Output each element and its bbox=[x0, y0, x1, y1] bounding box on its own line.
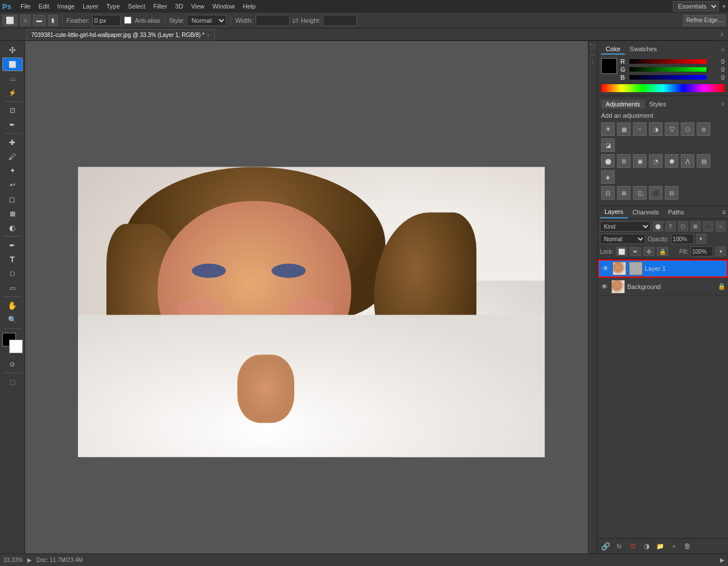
background-eye-btn[interactable]: 👁 bbox=[600, 282, 609, 291]
background-color[interactable] bbox=[9, 340, 23, 353]
menu-help[interactable]: Help bbox=[239, 2, 259, 11]
adj-panel-menu[interactable]: ≡ bbox=[721, 100, 725, 109]
lock-position-btn[interactable]: ✒ bbox=[630, 247, 641, 256]
color-panel-menu[interactable]: ≡ bbox=[721, 44, 725, 55]
layer-item-layer1[interactable]: 👁 Layer 1 bbox=[598, 259, 728, 278]
menu-view[interactable]: View bbox=[188, 2, 208, 11]
green-slider[interactable] bbox=[630, 67, 706, 72]
menu-file[interactable]: File bbox=[17, 2, 34, 11]
magic-wand-tool[interactable]: ⚡ bbox=[2, 86, 23, 100]
width-input[interactable] bbox=[256, 15, 290, 26]
anti-alias-checkbox[interactable] bbox=[124, 16, 131, 24]
posterize-adj[interactable]: ⬢ bbox=[665, 154, 678, 168]
fill-input[interactable] bbox=[690, 246, 713, 257]
active-tab[interactable]: 7039381-cute-little-girl-hd-wallpaper.jp… bbox=[26, 29, 215, 40]
path-select-tool[interactable]: ⬡ bbox=[2, 267, 23, 280]
menu-type[interactable]: Type bbox=[103, 2, 124, 11]
menu-3d[interactable]: 3D bbox=[172, 2, 187, 11]
styles-tab[interactable]: Styles bbox=[645, 100, 671, 109]
active-color-swatch[interactable] bbox=[601, 58, 617, 74]
lock-move-btn[interactable]: ✣ bbox=[643, 247, 655, 256]
color-spectrum[interactable] bbox=[601, 84, 725, 92]
adj-extra5[interactable]: ⊟ bbox=[665, 186, 678, 200]
opacity-input[interactable] bbox=[671, 234, 694, 244]
brightness-adj[interactable]: ☀ bbox=[601, 122, 615, 136]
menu-edit[interactable]: Edit bbox=[35, 2, 53, 11]
vibrance-adj[interactable]: ▽ bbox=[665, 122, 678, 136]
canvas-side-btn2[interactable]: ↔ bbox=[589, 50, 597, 58]
fill-arrow[interactable]: ▾ bbox=[715, 246, 726, 257]
menu-filter[interactable]: Filter bbox=[150, 2, 170, 11]
text-tool[interactable]: T bbox=[2, 253, 23, 266]
eyedropper-tool[interactable]: ✒ bbox=[2, 118, 23, 131]
threshold-adj[interactable]: ⋀ bbox=[681, 154, 694, 168]
paths-tab-btn[interactable]: Paths bbox=[664, 206, 689, 218]
layer-search-toggle[interactable]: ○ bbox=[715, 221, 726, 232]
color-lookup-adj[interactable]: ▣ bbox=[633, 154, 647, 168]
adj-extra2[interactable]: ⊠ bbox=[617, 186, 631, 200]
red-slider[interactable] bbox=[630, 59, 706, 64]
layer-search-filter1[interactable]: ⬤ bbox=[653, 221, 663, 232]
crop-tool[interactable]: ⊡ bbox=[2, 104, 23, 117]
fg-bg-colors[interactable] bbox=[2, 333, 23, 353]
refine-edge-btn[interactable]: Refine Edge... bbox=[683, 15, 726, 26]
canvas-side-btn1[interactable]: ⬛ bbox=[589, 42, 597, 50]
photo-filter-adj[interactable]: ⬤ bbox=[601, 154, 615, 168]
exposure-adj[interactable]: ◑ bbox=[649, 122, 663, 136]
tab-close-btn[interactable]: × bbox=[207, 32, 209, 38]
layers-tab-btn[interactable]: Layers bbox=[600, 206, 628, 218]
curves-adj[interactable]: ~ bbox=[633, 122, 647, 136]
menu-image[interactable]: Image bbox=[54, 2, 79, 11]
bw-adj[interactable]: ◪ bbox=[601, 138, 615, 152]
gradient-map-adj[interactable]: ▤ bbox=[697, 154, 710, 168]
layer-style-btn[interactable]: fx bbox=[614, 540, 625, 552]
blue-slider[interactable] bbox=[630, 75, 706, 80]
canvas-side-btn3[interactable]: ↕ bbox=[589, 58, 597, 66]
adj-extra3[interactable]: ◫ bbox=[633, 186, 647, 200]
clone-tool[interactable]: ✦ bbox=[2, 164, 23, 177]
layer-search-filter2[interactable]: T bbox=[665, 221, 676, 232]
hsl-adj[interactable]: ⬡ bbox=[681, 122, 694, 136]
feather-input[interactable] bbox=[92, 15, 121, 26]
adj-extra4[interactable]: ⬛ bbox=[649, 186, 663, 200]
screen-mode-btn[interactable]: ⬚ bbox=[2, 375, 23, 389]
dodge-tool[interactable]: ◐ bbox=[2, 221, 23, 234]
style-select[interactable]: Normal bbox=[187, 15, 227, 26]
status-info-btn[interactable]: ▶ bbox=[27, 557, 32, 563]
delete-layer-btn[interactable]: 🗑 bbox=[682, 540, 693, 552]
hand-tool[interactable]: ✋ bbox=[2, 299, 23, 312]
lasso-tool[interactable]: ⌓ bbox=[2, 72, 23, 85]
selective-color-adj[interactable]: ◈ bbox=[601, 170, 615, 184]
marquee-tool[interactable]: ⬜ bbox=[2, 57, 23, 71]
ellipse-marquee-btn[interactable]: ○ bbox=[20, 15, 31, 26]
move-tool[interactable]: ✣ bbox=[2, 43, 23, 57]
canvas-area[interactable]: ⬛ ↔ ↕ bbox=[25, 41, 597, 553]
invert-adj[interactable]: ◔ bbox=[649, 154, 663, 168]
pen-tool[interactable]: ✒ bbox=[2, 238, 23, 252]
channel-mix-adj[interactable]: ⊞ bbox=[617, 154, 631, 168]
new-layer-btn[interactable]: + bbox=[668, 540, 680, 552]
menu-window[interactable]: Window bbox=[209, 2, 238, 11]
rect-marquee-btn[interactable]: ⬜ bbox=[2, 15, 18, 26]
layer-item-background[interactable]: 👁 Background 🔒 bbox=[598, 278, 728, 296]
adjustments-tab[interactable]: Adjustments bbox=[601, 100, 645, 109]
col-marquee-btn[interactable]: ▮ bbox=[48, 15, 58, 26]
shape-tool[interactable]: ▭ bbox=[2, 281, 23, 295]
link-layers-btn[interactable]: 🔗 bbox=[600, 540, 611, 552]
brush-tool[interactable]: 🖊 bbox=[2, 150, 23, 163]
history-brush-tool[interactable]: ↩ bbox=[2, 178, 23, 192]
swatches-tab[interactable]: Swatches bbox=[625, 44, 661, 55]
lock-pixels-btn[interactable]: ⬜ bbox=[616, 247, 627, 256]
tab-scroll-right[interactable]: › bbox=[716, 28, 728, 40]
color-tab[interactable]: Color bbox=[601, 44, 625, 55]
zoom-tool[interactable]: 🔍 bbox=[2, 313, 23, 327]
layer-search-filter4[interactable]: ⊞ bbox=[690, 221, 701, 232]
layer-search-filter3[interactable]: ⬡ bbox=[678, 221, 688, 232]
group-layer-btn[interactable]: 📁 bbox=[655, 540, 666, 552]
lock-all-btn[interactable]: 🔒 bbox=[657, 247, 668, 256]
menu-layer[interactable]: Layer bbox=[79, 2, 102, 11]
layer-search-filter5[interactable]: ⬛ bbox=[703, 221, 713, 232]
adjustment-layer-btn[interactable]: ◑ bbox=[641, 540, 652, 552]
levels-adj[interactable]: ▦ bbox=[617, 122, 631, 136]
channels-tab-btn[interactable]: Channels bbox=[628, 206, 663, 218]
